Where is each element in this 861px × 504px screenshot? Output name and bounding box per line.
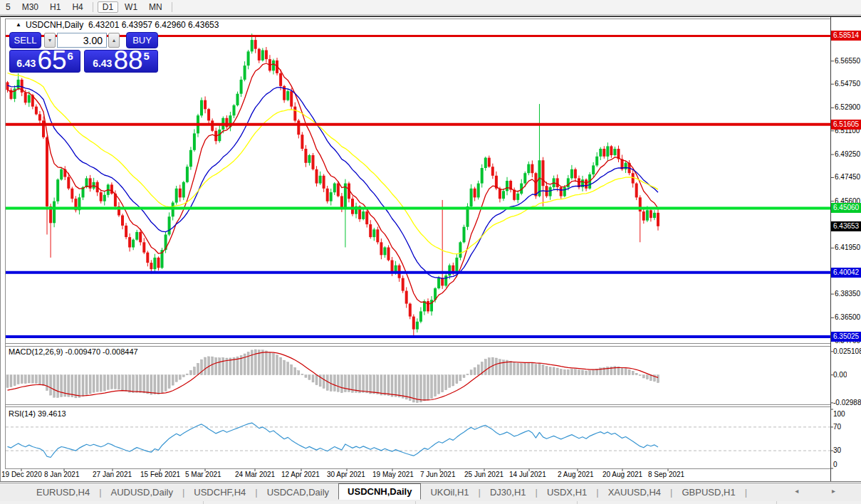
chart-tab-usdcnh[interactable]: USDCNH,Daily bbox=[338, 483, 421, 500]
timeframe-button-h4[interactable]: H4 bbox=[67, 1, 88, 13]
level-price-badge: 6.45060 bbox=[831, 203, 861, 213]
timeframe-button-5[interactable]: 5 bbox=[1, 1, 16, 13]
date-axis-label: 30 Apr 2021 bbox=[327, 471, 365, 478]
buy-price-pip: 5 bbox=[144, 50, 150, 62]
macd-axis-label: 0.00 bbox=[833, 371, 847, 379]
sell-price-big: 65 bbox=[37, 50, 66, 71]
chart-symbol-period: USDCNH,Daily bbox=[26, 20, 83, 30]
chart-tab-eurusd[interactable]: EURUSD,H4 bbox=[27, 485, 99, 499]
candlestick-chart bbox=[0, 0, 861, 504]
sell-price-display[interactable]: 6.43 65 6 bbox=[9, 50, 80, 73]
window-left-border bbox=[0, 16, 1, 481]
rsi-level-lines bbox=[6, 427, 830, 451]
price-axis-tick-label: 6.41950 bbox=[835, 243, 860, 251]
sell-button[interactable]: SELL bbox=[9, 32, 41, 48]
price-axis-tick-label: 6.54750 bbox=[835, 80, 860, 88]
chart-tab-bar: EURUSD,H4|AUDUSD,Daily|USDCHF,H4|USDCAD,… bbox=[0, 483, 861, 501]
chart-tab-usdx[interactable]: USDX,H1 bbox=[538, 485, 596, 499]
bottom-strip bbox=[0, 501, 861, 504]
rsi-axis-label: 30 bbox=[833, 446, 841, 454]
macd-histogram bbox=[6, 350, 659, 403]
date-axis-label: 27 Jan 2021 bbox=[93, 471, 132, 478]
date-axis-label: 7 Jun 2021 bbox=[420, 471, 456, 478]
date-axis-label: 12 Apr 2021 bbox=[281, 471, 320, 478]
chart-ohlc-values: 6.43201 6.43957 6.42960 6.43653 bbox=[88, 20, 219, 30]
chevron-down-icon: ▾ bbox=[48, 37, 51, 43]
macd-signal-line bbox=[8, 352, 659, 400]
timeframe-button-w1[interactable]: W1 bbox=[120, 1, 142, 13]
rsi-indicator-label: RSI(14) 39.4613 bbox=[9, 409, 66, 418]
horizontal-level-lines bbox=[6, 36, 830, 337]
date-axis-label: 19 May 2021 bbox=[372, 471, 414, 478]
buy-price-big: 88 bbox=[113, 50, 142, 71]
rsi-axis-label: 0 bbox=[833, 461, 837, 468]
chart-tab-audusd[interactable]: AUDUSD,Daily bbox=[102, 485, 182, 499]
date-axis-label: 24 Mar 2021 bbox=[235, 471, 275, 478]
sell-price-pip: 6 bbox=[68, 50, 73, 62]
timeframe-button-d1[interactable]: D1 bbox=[98, 1, 118, 13]
date-axis-label: 25 Jun 2021 bbox=[464, 471, 503, 478]
date-axis-label: 19 Dec 2020 bbox=[1, 471, 42, 478]
level-price-badge: 6.35025 bbox=[831, 332, 861, 342]
date-axis-label: 14 Jul 2021 bbox=[509, 471, 546, 478]
price-axis-tick-label: 6.47450 bbox=[835, 173, 860, 181]
date-axis-label: 8 Sep 2021 bbox=[648, 471, 684, 478]
timeframe-button-h1[interactable]: H1 bbox=[45, 1, 66, 13]
timeframe-toolbar: 5M30H1H4D1W1MN bbox=[0, 0, 861, 15]
chart-header: ▲USDCNH,Daily 6.43201 6.43957 6.42960 6.… bbox=[16, 20, 219, 30]
bottom-strip-separator bbox=[776, 501, 777, 504]
date-axis-label: 2 Aug 2021 bbox=[558, 471, 594, 478]
tab-separator: | bbox=[745, 487, 747, 498]
price-axis-tick-label: 6.36500 bbox=[835, 313, 860, 321]
rsi-axis-label: 100 bbox=[833, 410, 845, 418]
chart-tab-usdcad[interactable]: USDCAD,Daily bbox=[258, 485, 338, 499]
toolbar-separator bbox=[172, 2, 172, 12]
timeframe-button-mn[interactable]: MN bbox=[144, 1, 167, 13]
tab-scroll-arrows[interactable]: ◂ ▸ bbox=[795, 487, 851, 495]
rsi-line bbox=[8, 423, 659, 457]
buy-price-display[interactable]: 6.43 88 5 bbox=[84, 50, 158, 73]
collapse-icon[interactable]: ▲ bbox=[16, 21, 21, 28]
pane-borders bbox=[5, 17, 834, 481]
price-axis-tick-label: 6.38350 bbox=[835, 290, 860, 298]
bottom-strip-separator bbox=[577, 501, 578, 504]
chevron-up-icon: ▴ bbox=[113, 37, 115, 43]
date-axis-label: 8 Jan 2021 bbox=[44, 471, 80, 478]
moving-average-lines bbox=[8, 63, 659, 304]
rsi-axis-label: 70 bbox=[833, 423, 841, 431]
chart-tab-dj30[interactable]: DJ30,H1 bbox=[481, 485, 536, 499]
chart-tab-gbpusd[interactable]: GBPUSD,H1 bbox=[672, 485, 744, 499]
date-axis-label: 5 Mar 2021 bbox=[185, 471, 221, 478]
candlestick-series bbox=[6, 33, 660, 336]
level-price-badge: 6.51605 bbox=[831, 120, 861, 130]
chart-tab-xauusd[interactable]: XAUUSD,H4 bbox=[599, 485, 670, 499]
date-axis-label: 20 Aug 2021 bbox=[602, 471, 642, 478]
current-price-badge: 6.43653 bbox=[831, 221, 861, 231]
buy-price-prefix: 6.43 bbox=[93, 58, 112, 69]
toolbar-separator bbox=[93, 2, 93, 12]
bottom-strip-separator bbox=[203, 501, 204, 504]
price-axis-tick-label: 6.52900 bbox=[835, 103, 860, 111]
level-price-badge: 6.40042 bbox=[831, 268, 861, 278]
window-bottom-border bbox=[0, 481, 861, 482]
one-click-trading-panel: SELL ▾ 3.00 ▴ BUY 6.43 65 6 6.43 88 5 bbox=[9, 31, 158, 73]
bottom-strip-separator bbox=[415, 501, 416, 504]
chart-tab-usdchf[interactable]: USDCHF,H4 bbox=[184, 485, 255, 499]
sell-price-prefix: 6.43 bbox=[16, 58, 36, 69]
timeframe-button-m30[interactable]: M30 bbox=[17, 1, 43, 13]
macd-axis-label: -0.029885 bbox=[833, 399, 861, 406]
price-axis-tick-label: 6.56550 bbox=[835, 57, 860, 65]
chart-tab-ukoil[interactable]: UKOil,H1 bbox=[421, 485, 478, 499]
window-top-border bbox=[0, 16, 861, 17]
level-price-badge: 6.58514 bbox=[831, 31, 861, 41]
macd-axis-label: 0.025108 bbox=[833, 347, 861, 355]
date-axis-label: 15 Feb 2021 bbox=[140, 471, 180, 478]
price-axis-tick-label: 6.49250 bbox=[835, 150, 860, 158]
macd-indicator-label: MACD(12,26,9) -0.009470 -0.008447 bbox=[9, 347, 138, 356]
mt4-window: 5M30H1H4D1W1MN ▲USDCNH,Daily 6.43201 6.4… bbox=[0, 0, 861, 504]
